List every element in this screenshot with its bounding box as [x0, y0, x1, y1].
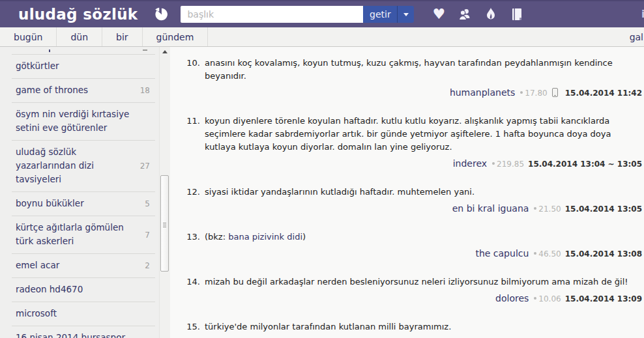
entry-text-plain: türkiye'de milyonlar tarafından kutlanan…	[205, 322, 451, 331]
sidebar-topic-item[interactable]: boynu bükükler 5	[12, 192, 155, 216]
entry-meta: dolores10.0615.04.2014 13:09	[186, 292, 642, 305]
sidebar-item-label: ösym nin verdiği kırtasiye setini eve gö…	[12, 103, 147, 140]
entry-author[interactable]: the capulcu	[475, 248, 529, 259]
sidebar-topic-item[interactable]: emel acar 2	[12, 254, 155, 278]
clipped-topic-item	[12, 47, 155, 55]
nav-item[interactable]: bir	[102, 27, 143, 46]
search-input[interactable]	[181, 6, 363, 23]
sidebar-topic-item[interactable]: ösym nin verdiği kırtasiye setini eve gö…	[12, 103, 155, 141]
entry: 12. siyasi iktidar yandaşlarının kutladı…	[186, 186, 642, 215]
entry-rating: 17.80	[525, 89, 547, 98]
entry-number: 15.	[186, 320, 200, 333]
header: uludağ sözlük getir ♥	[0, 0, 644, 27]
heart-icon[interactable]: ♥	[431, 7, 446, 22]
entry-text: (bkz: bana pizivink didi)	[205, 231, 306, 244]
sidebar-scrollbar[interactable]	[159, 47, 170, 338]
main-area: götkürtler game of thrones 18 ösym nin v…	[0, 47, 644, 338]
entry-date: 15.04.2014 13:09	[565, 294, 642, 303]
sidebar-topic-item[interactable]: game of thrones 18	[12, 79, 155, 103]
clipped-header-text: i	[641, 8, 644, 20]
mobile-icon	[552, 88, 558, 97]
entry-text: türkiye'de milyonlar tarafından kutlanan…	[205, 320, 451, 333]
entry-text-plain: koyun diyenlere törenle koyulan haftadır…	[205, 116, 611, 152]
search-dropdown-button[interactable]	[397, 6, 414, 23]
sidebar-topic-item[interactable]: uludağ sözlük yazarlarından dizi tavsiye…	[12, 141, 155, 192]
book-icon[interactable]	[509, 7, 525, 22]
entry-text: anasını koç kovalamış, koyun tutmuş, kuz…	[205, 57, 642, 83]
header-icon-row: ♥	[431, 7, 525, 22]
entry-meta: humanplanets17.8015.04.2014 11:42	[186, 87, 642, 99]
entry-date: 15.04.2014 11:42	[565, 89, 642, 98]
nav-item[interactable]: dün	[57, 27, 102, 46]
sidebar-item-label: 16 nisan 2014 bursaspor galatasaray maçı	[12, 326, 147, 338]
rating-dot-icon	[534, 297, 536, 300]
entry-text-plain: anasını koç kovalamış, koyun tutmuş, kuz…	[205, 58, 613, 81]
scrollbar-up-button[interactable]	[160, 47, 170, 57]
entry-rating: 21.50	[538, 204, 561, 214]
sidebar-item-count: 5	[145, 199, 155, 208]
nav-item-label: bugün	[14, 32, 42, 42]
sidebar-item-label: radeon hd4670	[12, 278, 147, 302]
entry-text-plain: siyasi iktidar yandaşlarının kutladığı h…	[205, 187, 475, 197]
sidebar-topic-item[interactable]: götkürtler	[12, 55, 155, 79]
entry: 13. (bkz: bana pizivink didi) the capulc…	[186, 231, 642, 260]
sidebar-topic-item[interactable]: 16 nisan 2014 bursaspor galatasaray maçı	[12, 326, 155, 338]
entry-number: 10.	[186, 57, 200, 83]
users-icon[interactable]	[457, 7, 473, 22]
entry-meta: inderex219.8515.04.2014 13:04 ~ 13:05	[186, 158, 642, 170]
sidebar-item-count: 18	[140, 86, 155, 95]
sidebar-topic-item[interactable]: kürtçe ağıtlarla gömülen türk askerleri …	[12, 216, 155, 254]
scrollbar-grip	[163, 223, 166, 228]
entry-number: 11.	[186, 115, 200, 154]
entry-text-suffix: )	[302, 232, 306, 242]
sidebar-item-label: microsoft	[12, 302, 147, 326]
entry-date: 15.04.2014 13:08	[565, 249, 642, 259]
entry-text-prefix: (bkz:	[205, 232, 228, 242]
entry-author[interactable]: en bi kral iguana	[452, 203, 529, 214]
entry-text: koyun diyenlere törenle koyulan haftadır…	[205, 115, 642, 154]
entry-bkz-link[interactable]: bana pizivink didi	[228, 232, 302, 242]
sidebar-item-label: kürtçe ağıtlarla gömülen türk askerleri	[12, 216, 142, 253]
sidebar-item-label: uludağ sözlük yazarlarından dizi tavsiye…	[12, 141, 138, 191]
entry-meta: the capulcu46.5015.04.2014 13:08	[186, 247, 642, 260]
entry-date: 15.04.2014 13:05	[565, 204, 642, 214]
entry: 10. anasını koç kovalamış, koyun tutmuş,…	[186, 57, 642, 99]
nav-item[interactable]: bugün	[0, 27, 57, 46]
entry-meta: en bi kral iguana21.5015.04.2014 13:05	[186, 203, 642, 215]
rating-dot-icon	[520, 91, 523, 94]
nav-item-label: gündem	[156, 32, 194, 42]
sidebar-item-count: 2	[145, 261, 155, 270]
sidebar-item-count: 7	[145, 231, 155, 240]
entry-text: siyasi iktidar yandaşlarının kutladığı h…	[205, 186, 475, 199]
entry-text-plain: mizah bu değil arkadaşlar nerden besleni…	[205, 277, 628, 287]
sidebar-topic-item[interactable]: radeon hd4670	[12, 278, 155, 302]
sidebar-item-count: 27	[140, 162, 155, 171]
search-bar: getir	[181, 6, 414, 23]
entry: 15. türkiye'de milyonlar tarafından kutl…	[186, 320, 642, 338]
entry-text: mizah bu değil arkadaşlar nerden besleni…	[205, 275, 628, 289]
site-logo[interactable]: uludağ sözlük	[18, 6, 138, 23]
nav-item-label: dün	[70, 32, 88, 42]
nav-bar: bugün dün bir gündem gal	[0, 27, 644, 47]
sidebar-topic-item[interactable]: microsoft	[12, 302, 155, 326]
entry-author[interactable]: inderex	[453, 158, 487, 169]
entry-rating: 10.06	[538, 294, 561, 303]
pie-logo-icon[interactable]	[153, 7, 169, 22]
entry-author[interactable]: humanplanets	[450, 87, 515, 98]
scrollbar-thumb[interactable]	[160, 175, 169, 272]
entry-number: 13.	[186, 231, 200, 244]
entry: 11. koyun diyenlere törenle koyulan haft…	[186, 115, 642, 170]
entry-number: 12.	[186, 186, 200, 199]
get-button[interactable]: getir	[363, 6, 397, 23]
flame-icon[interactable]	[483, 7, 499, 22]
rating-dot-icon	[534, 207, 536, 210]
entry-author[interactable]: dolores	[495, 293, 529, 303]
entry-list: 10. anasını koç kovalamış, koyun tutmuş,…	[170, 47, 644, 338]
arrow-up-icon	[162, 50, 168, 53]
entry: 14. mizah bu değil arkadaşlar nerden bes…	[186, 275, 642, 305]
caret-down-icon	[403, 13, 409, 16]
nav-item-galeri-clipped[interactable]: gal	[630, 27, 644, 46]
nav-item-label: bir	[116, 32, 128, 42]
nav-item[interactable]: gündem	[143, 27, 209, 46]
sidebar-item-label: boynu bükükler	[12, 192, 142, 216]
